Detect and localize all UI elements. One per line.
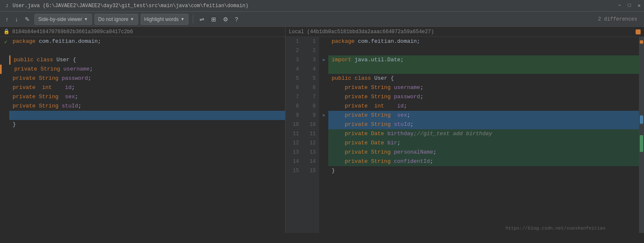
right-line-12: private Date bir; [328, 138, 639, 148]
left-code-lines: package com.feitian.domain; public class… [9, 37, 285, 233]
left-pane: 🔒 8184b84e416470769b92b3661a3989ca0417c2… [0, 27, 285, 233]
minimize-button[interactable]: − [618, 3, 621, 9]
right-line-9: private String sex; [328, 111, 639, 120]
diff-container: 🔒 8184b84e416470769b92b3661a3989ca0417c2… [0, 27, 644, 233]
highlight-button[interactable]: Highlight words ▼ [141, 14, 188, 25]
right-line-8: private int id; [328, 102, 639, 111]
title-text: User.java (G:\JAVAEE2\JAVAEE2\day32\git_… [13, 3, 618, 9]
right-scrollbar[interactable] [639, 37, 644, 233]
arrow-9: » [319, 111, 328, 120]
file-icon: J [3, 3, 10, 9]
right-line-4 [328, 65, 639, 74]
toolbar: ↑ ↓ ✎ Side-by-side viewer ▼ Do not ignor… [0, 12, 644, 27]
ignore-button[interactable]: Do not ignore ▼ [94, 14, 138, 25]
right-line-6: private String username; [328, 83, 639, 92]
right-line-14: private String confidentId; [328, 157, 639, 166]
maximize-button[interactable]: □ [628, 3, 631, 9]
prev-diff-button[interactable]: ↑ [3, 14, 10, 25]
highlight-chevron-icon: ▼ [181, 17, 185, 21]
scrollbar-orange-indicator [640, 40, 643, 44]
left-line-2 [9, 46, 285, 55]
viewer-mode-label: Side-by-side viewer [38, 16, 82, 22]
right-line-1: package com.feitian.domain; [328, 37, 639, 46]
right-line-2 [328, 46, 639, 55]
right-line-10: private String stuId; [328, 120, 639, 129]
left-line-4: private String username; [9, 65, 285, 74]
left-code-area: ✓ package com.feitian.domain; public cla… [0, 37, 285, 233]
columns-icon: ⊞ [211, 16, 216, 23]
right-arrow-col: » » [319, 37, 328, 233]
left-line-5: private String password; [9, 74, 285, 83]
separator-1 [193, 15, 193, 24]
highlight-label: Highlight words [144, 16, 179, 22]
right-line-7: private String password; [328, 92, 639, 102]
close-button[interactable]: ✕ [638, 3, 641, 9]
right-line-11: private Date birthday;//git_test add bir… [328, 129, 639, 138]
left-line-9 [9, 111, 285, 120]
viewer-chevron-icon: ▼ [84, 17, 88, 21]
left-line-7: private String sex; [9, 92, 285, 102]
merge-icon: ⇌ [199, 16, 204, 23]
left-line-8: private String stuId; [9, 102, 285, 111]
settings-button[interactable]: ⚙ [221, 14, 230, 25]
left-line-6: private int id; [9, 83, 285, 92]
left-checkmark: ✓ [4, 38, 8, 47]
left-line-10: } [9, 120, 285, 129]
kw-package: package [13, 37, 39, 46]
left-hash-bar: 🔒 8184b84e416470769b92b3661a3989ca0417c2… [0, 27, 285, 37]
status-bar: https://blog.csdn.net/xueshanfeitian [505, 224, 605, 233]
right-header-text: Local (44b1db0ac5181bbd3da2aaac664072a59… [289, 29, 434, 35]
viewer-mode-button[interactable]: Side-by-side viewer ▼ [34, 14, 92, 25]
diff-count: 2 differences [598, 16, 641, 22]
left-status-col: ✓ [3, 37, 9, 233]
left-line-1: package com.feitian.domain; [9, 37, 285, 46]
window-controls[interactable]: − □ ✕ [618, 3, 641, 9]
left-line-3: public class User { [9, 55, 285, 65]
scrollbar-blue-indicator [640, 115, 643, 124]
edit-button[interactable]: ✎ [23, 14, 32, 25]
right-pane: Local (44b1db0ac5181bbd3da2aaac664072a59… [285, 27, 644, 233]
ignore-chevron-icon: ▼ [130, 17, 134, 21]
title-bar: J User.java (G:\JAVAEE2\JAVAEE2\day32\gi… [0, 0, 644, 12]
right-ln-local: 1 2 3 4 5 6 7 8 9 10 11 12 13 14 15 [302, 37, 319, 233]
gear-icon: ⚙ [223, 16, 228, 23]
help-button[interactable]: ? [233, 14, 241, 25]
help-icon: ? [235, 16, 238, 23]
right-ln-original: 1 2 3 4 5 6 7 8 9 10 11 12 13 14 15 [285, 37, 302, 233]
scrollbar-green-indicator [640, 135, 643, 152]
merge-button[interactable]: ⇌ [197, 14, 207, 25]
right-line-13: private String personalName; [328, 148, 639, 157]
right-line-5: public class User { [328, 74, 639, 83]
right-line-15: } [328, 166, 639, 175]
left-hash: 8184b84e416470769b92b3661a3989ca0417c2b6 [12, 29, 133, 35]
right-code-container: 1 2 3 4 5 6 7 8 9 10 11 12 13 14 15 1 2 … [285, 37, 644, 233]
orange-indicator [636, 29, 641, 34]
columns-button[interactable]: ⊞ [209, 14, 218, 25]
right-code-lines: package com.feitian.domain; import java.… [328, 37, 639, 233]
right-line-3: import java.util.Date; [328, 55, 639, 65]
ignore-label: Do not ignore [98, 16, 128, 22]
lock-icon: 🔒 [3, 29, 10, 35]
arrow-3: » [319, 55, 328, 65]
next-diff-button[interactable]: ↓ [13, 14, 20, 25]
right-header: Local (44b1db0ac5181bbd3da2aaac664072a59… [285, 27, 644, 37]
